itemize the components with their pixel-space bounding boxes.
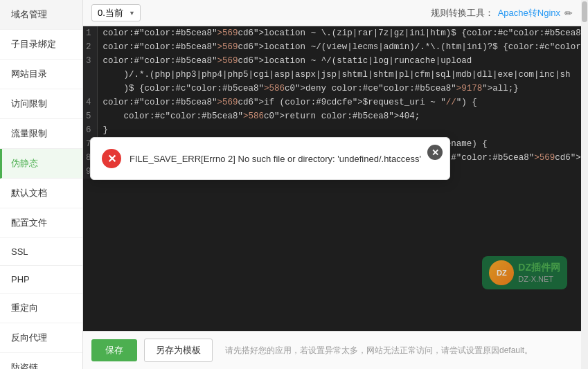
line-content: )$ {color:#c"color:#b5cea8">586c0">deny … xyxy=(97,82,581,96)
toolbar: 0.当前 规则转换工具： Apache转Nginx ✏ xyxy=(83,0,581,26)
watermark-sub: DZ-X.NET xyxy=(518,274,560,285)
sidebar-item-redirect[interactable]: 重定向 xyxy=(0,294,82,323)
watermark: DZ DZ插件网 DZ-X.NET xyxy=(482,256,567,289)
sidebar-item-subdomain[interactable]: 子目录绑定 xyxy=(0,30,82,60)
main-content: 0.当前 规则转换工具： Apache转Nginx ✏ 1color:#"col… xyxy=(83,0,581,369)
line-content: } xyxy=(97,123,581,137)
line-content: color:#"color:#b5cea8">569cd6">location … xyxy=(97,54,581,68)
line-content: )/.*.(php|php3|php4|php5|cgi|asp|aspx|js… xyxy=(97,68,581,82)
error-message: FILE_SAVE_ERR[Errno 2] No such file or d… xyxy=(130,154,422,164)
line-number: 2 xyxy=(83,40,97,54)
error-close-button[interactable]: ✕ xyxy=(427,145,443,160)
line-number: 5 xyxy=(83,109,97,123)
sidebar-item-ssl[interactable]: SSL xyxy=(0,238,82,266)
line-number xyxy=(83,68,97,82)
footer: 保存 另存为模板 请先搭好您的应用，若设置异常太多，网站无法正常访问，请尝试设置… xyxy=(83,331,581,369)
sidebar-item-access-limit[interactable]: 访问限制 xyxy=(0,89,82,119)
scrollbar-thumb[interactable] xyxy=(582,1,587,22)
watermark-brand: DZ插件网 xyxy=(518,261,560,275)
code-line: 2color:#"color:#b5cea8">569cd6">location… xyxy=(83,40,581,54)
footer-note: 请先搭好您的应用，若设置异常太多，网站无法正常访问，请尝试设置原因default… xyxy=(225,345,533,357)
sidebar-item-website-dir[interactable]: 网站目录 xyxy=(0,60,82,89)
apache-nginx-link[interactable]: Apache转Nginx xyxy=(498,7,560,19)
watermark-text: DZ插件网 DZ-X.NET xyxy=(518,261,560,285)
error-icon: ✕ xyxy=(102,149,121,168)
line-content: color:#"color:#b5cea8">569cd6">if (color… xyxy=(97,96,581,109)
code-editor[interactable]: 1color:#"color:#b5cea8">569cd6">location… xyxy=(83,26,581,331)
scrollbar[interactable] xyxy=(581,0,588,369)
line-number: 4 xyxy=(83,96,97,109)
toolbar-right: 规则转换工具： Apache转Nginx ✏ xyxy=(431,7,573,19)
sidebar-item-config-file[interactable]: 配置文件 xyxy=(0,208,82,238)
sidebar-item-php[interactable]: PHP xyxy=(0,266,82,294)
toolbar-left: 0.当前 xyxy=(91,4,141,21)
sidebar-item-hotlink[interactable]: 防盗链 xyxy=(0,353,82,369)
line-content: color:#"color:#b5cea8">569cd6">location … xyxy=(97,26,581,40)
code-line: 4color:#"color:#b5cea8">569cd6">if (colo… xyxy=(83,96,581,109)
line-number: 1 xyxy=(83,26,97,40)
error-dialog: ✕ FILE_SAVE_ERR[Errno 2] No such file or… xyxy=(90,137,450,180)
tool-label: 规则转换工具： xyxy=(431,7,494,19)
line-content: color:#c"color:#b5cea8">586c0">return co… xyxy=(97,109,581,123)
line-content: color:#"color:#b5cea8">569cd6">location … xyxy=(97,40,581,54)
edit-icon[interactable]: ✏ xyxy=(564,8,573,19)
code-line: 6} xyxy=(83,123,581,137)
save-button[interactable]: 保存 xyxy=(91,339,137,361)
sidebar-item-reverse-proxy[interactable]: 反向代理 xyxy=(0,323,82,353)
sidebar-item-traffic-limit[interactable]: 流量限制 xyxy=(0,119,82,149)
line-number xyxy=(83,82,97,96)
code-line: )$ {color:#c"color:#b5cea8">586c0">deny … xyxy=(83,82,581,96)
sidebar-item-default-doc[interactable]: 默认文档 xyxy=(0,179,82,208)
version-select-wrapper[interactable]: 0.当前 xyxy=(91,4,141,21)
version-select[interactable]: 0.当前 xyxy=(91,4,141,21)
line-number: 6 xyxy=(83,123,97,137)
code-line: )/.*.(php|php3|php4|php5|cgi|asp|aspx|js… xyxy=(83,68,581,82)
line-number: 3 xyxy=(83,54,97,68)
code-line: 1color:#"color:#b5cea8">569cd6">location… xyxy=(83,26,581,40)
watermark-logo: DZ xyxy=(489,260,514,285)
watermark-box: DZ DZ插件网 DZ-X.NET xyxy=(482,256,567,289)
code-line: 5 color:#c"color:#b5cea8">586c0">return … xyxy=(83,109,581,123)
save-template-button[interactable]: 另存为模板 xyxy=(144,339,213,362)
sidebar-item-domain[interactable]: 域名管理 xyxy=(0,0,82,30)
code-line: 3color:#"color:#b5cea8">569cd6">location… xyxy=(83,54,581,68)
sidebar-item-pseudo-static[interactable]: 伪静态 xyxy=(0,149,82,179)
sidebar: 域名管理子目录绑定网站目录访问限制流量限制伪静态默认文档配置文件SSLPHP重定… xyxy=(0,0,83,369)
